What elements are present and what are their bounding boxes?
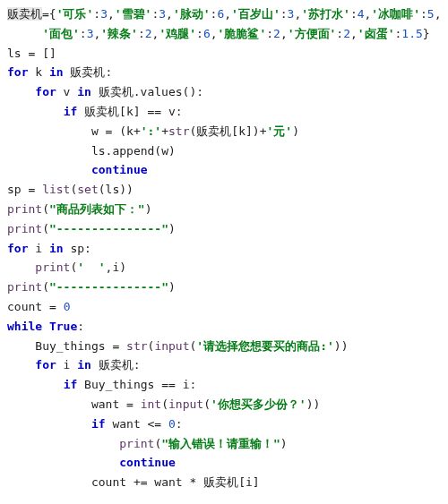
code-content: 贩卖机={'可乐':3,'雪碧':3,'脉动':6,'百岁山':3,'苏打水':… [7, 7, 442, 504]
code-block: 贩卖机={'可乐':3,'雪碧':3,'脉动':6,'百岁山':3,'苏打水':… [0, 0, 448, 504]
